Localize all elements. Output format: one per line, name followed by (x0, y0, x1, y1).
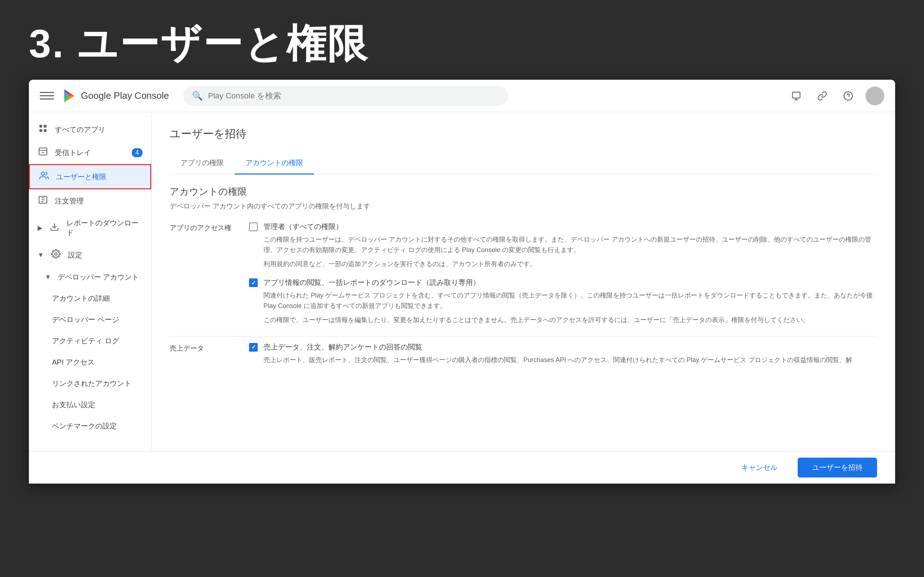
option-title-admin: 管理者（すべての権限） (263, 222, 877, 232)
top-bar: Google Play Console 🔍 (29, 80, 895, 112)
tab-account-permissions[interactable]: アカウントの権限 (234, 152, 314, 174)
option-content-readonly: アプリ情報の閲覧、一括レポートのダウンロード（読み取り専用） 関連付けられた P… (263, 278, 877, 325)
svg-rect-9 (39, 129, 42, 132)
menu-icon[interactable] (40, 89, 54, 103)
browser-window: Google Play Console 🔍 (29, 80, 895, 484)
sidebar-label-activity-log: アクティビティ ログ (52, 336, 119, 346)
section-title: アカウントの権限 (170, 185, 877, 198)
top-bar-actions (788, 87, 884, 105)
sidebar-label-inbox: 受信トレイ (55, 148, 91, 158)
permission-option-readonly: アプリ情報の閲覧、一括レポートのダウンロード（読み取り専用） 関連付けられた P… (249, 278, 877, 325)
notification-icon[interactable] (788, 87, 805, 105)
sidebar-item-settings[interactable]: ▼ 設定 (29, 243, 151, 266)
settings-icon (50, 249, 61, 261)
checkbox-readonly-wrap (249, 279, 258, 325)
search-input[interactable] (208, 91, 499, 101)
permission-options-app-access: 管理者（すべての権限） この権限を持つユーザーは、デベロッパー アカウントに対す… (249, 222, 877, 325)
users-icon (39, 171, 50, 182)
sidebar-item-users-permissions[interactable]: ユーザーと権限 (29, 164, 151, 189)
sidebar-item-benchmark-settings[interactable]: ベンチマークの設定 (29, 416, 151, 437)
option-desc-readonly: 関連付けられた Play ゲームサービス プロジェクトを含む、すべてのアプリ情報… (263, 290, 877, 311)
option-content-admin: 管理者（すべての権限） この権限を持つユーザーは、デベロッパー アカウントに対す… (263, 222, 877, 269)
checkbox-sales[interactable] (249, 343, 258, 351)
sidebar-label-benchmark-settings: ベンチマークの設定 (52, 421, 117, 431)
divider (170, 336, 877, 337)
sidebar-item-api-access[interactable]: API アクセス (29, 351, 151, 373)
svg-rect-8 (44, 125, 47, 128)
sidebar-label-developer-page: デベロッパー ページ (52, 315, 119, 324)
sidebar-label-account-details: アカウントの詳細 (52, 293, 110, 303)
logo-text: Google Play Console (81, 90, 169, 102)
page-title: 3. ユーザーと権限 (29, 22, 895, 65)
checkbox-admin-wrap (249, 222, 258, 269)
link-icon[interactable] (814, 87, 831, 105)
search-bar[interactable]: 🔍 (183, 86, 508, 106)
sidebar-label-developer-account: デベロッパー アカウント (58, 272, 139, 282)
play-logo (61, 88, 77, 104)
svg-rect-7 (39, 125, 42, 128)
grid-icon (37, 124, 48, 135)
checkbox-readonly[interactable] (249, 279, 258, 287)
svg-point-12 (41, 172, 44, 175)
permission-option-sales-data: 売上データ、注文、解約アンケートの回答の閲覧 売上レポート、販売レポート、注文の… (249, 342, 877, 369)
sidebar-item-payment-settings[interactable]: お支払い設定 (29, 394, 151, 416)
main-area: すべてのアプリ 受信トレイ 4 (29, 112, 895, 451)
action-bar: キャンセル ユーザーを招待 (29, 451, 895, 484)
content-title: ユーザーを招待 (170, 127, 877, 141)
option-content-sales: 売上データ、注文、解約アンケートの回答の閲覧 売上レポート、販売レポート、注文の… (263, 342, 877, 369)
sidebar-label-settings: 設定 (68, 250, 82, 260)
sidebar-label-payment-settings: お支払い設定 (52, 400, 95, 410)
sidebar-item-linked-accounts[interactable]: リンクされたアカウント (29, 373, 151, 394)
sidebar-label-api-access: API アクセス (52, 357, 95, 367)
chevron-down-icon: ▼ (37, 251, 44, 259)
sidebar-label-users: ユーザーと権限 (56, 172, 107, 182)
sidebar-item-activity-log[interactable]: アクティビティ ログ (29, 330, 151, 351)
page-title-area: 3. ユーザーと権限 (0, 0, 924, 80)
checkbox-admin[interactable] (249, 222, 258, 231)
sidebar-item-all-apps[interactable]: すべてのアプリ (29, 118, 151, 141)
option-note-admin: 利用規約の同意など、一部の追加アクションを実行できるのは、アカウント所有者のみで… (263, 259, 877, 269)
permission-row-app-access: アプリのアクセス権 管理者（すべての権限） この権限を持つユーザーは、デベロッパ… (170, 222, 877, 325)
logo-area: Google Play Console (61, 88, 169, 104)
permission-label-app-access: アプリのアクセス権 (170, 222, 234, 325)
user-avatar[interactable] (866, 87, 884, 105)
sidebar-item-developer-page[interactable]: デベロッパー ページ (29, 309, 151, 330)
permission-label-sales: 売上データ (170, 342, 234, 369)
sidebar-item-developer-account[interactable]: ▼ デベロッパー アカウント (29, 266, 151, 288)
permission-options-sales: 売上データ、注文、解約アンケートの回答の閲覧 売上レポート、販売レポート、注文の… (249, 342, 877, 369)
sidebar-label-all-apps: すべてのアプリ (55, 125, 105, 134)
inbox-icon (37, 147, 48, 158)
content-area: ユーザーを招待 アプリの権限 アカウントの権限 アカウントの権限 デベロッパー … (152, 112, 895, 451)
sidebar-item-account-details[interactable]: アカウントの詳細 (29, 288, 151, 309)
checkbox-sales-wrap (249, 343, 258, 369)
cancel-button[interactable]: キャンセル (729, 458, 790, 477)
invite-button[interactable]: ユーザーを招待 (798, 458, 877, 477)
option-title-sales: 売上データ、注文、解約アンケートの回答の閲覧 (263, 342, 877, 352)
tabs: アプリの権限 アカウントの権限 (170, 152, 877, 174)
sidebar-label-linked-accounts: リンクされたアカウント (52, 379, 131, 388)
tab-app-permissions[interactable]: アプリの権限 (170, 152, 234, 174)
svg-rect-11 (39, 148, 47, 155)
option-desc-sales: 売上レポート、販売レポート、注文の閲覧、ユーザー獲得ページの購入者の指標の閲覧、… (263, 355, 877, 365)
option-title-readonly: アプリ情報の閲覧、一括レポートのダウンロード（読み取り専用） (263, 278, 877, 287)
section-desc: デベロッパー アカウント内のすべてのアプリの権限を付与します (170, 201, 877, 211)
chevron-right-icon: ▶ (37, 224, 43, 232)
svg-point-15 (55, 253, 57, 255)
permission-option-admin: 管理者（すべての権限） この権限を持つユーザーは、デベロッパー アカウントに対す… (249, 222, 877, 269)
permission-row-sales: 売上データ 売上データ、注文、解約アンケートの回答の閲覧 売上レポート、販売レポ… (170, 342, 877, 369)
sidebar-label-reports: レポートのダウンロード (66, 218, 142, 238)
option-desc-admin: この権限を持つユーザーは、デベロッパー アカウントに対するその他すべての権限を取… (263, 234, 877, 255)
help-icon[interactable] (840, 87, 857, 105)
order-icon (37, 195, 48, 206)
sidebar: すべてのアプリ 受信トレイ 4 (29, 112, 152, 451)
chevron-down-icon-2: ▼ (45, 273, 51, 281)
sidebar-item-inbox[interactable]: 受信トレイ 4 (29, 141, 151, 164)
svg-rect-4 (793, 92, 800, 98)
sidebar-item-order-management[interactable]: 注文管理 (29, 189, 151, 213)
svg-rect-10 (44, 129, 47, 132)
sidebar-item-reports[interactable]: ▶ レポートのダウンロード (29, 213, 151, 243)
option-note-readonly: この権限で、ユーザーは情報を編集したり、変更を加えたりすることはできません。売上… (263, 315, 877, 325)
search-icon: 🔍 (192, 91, 203, 101)
inbox-badge: 4 (132, 148, 142, 157)
sidebar-label-orders: 注文管理 (55, 196, 84, 206)
